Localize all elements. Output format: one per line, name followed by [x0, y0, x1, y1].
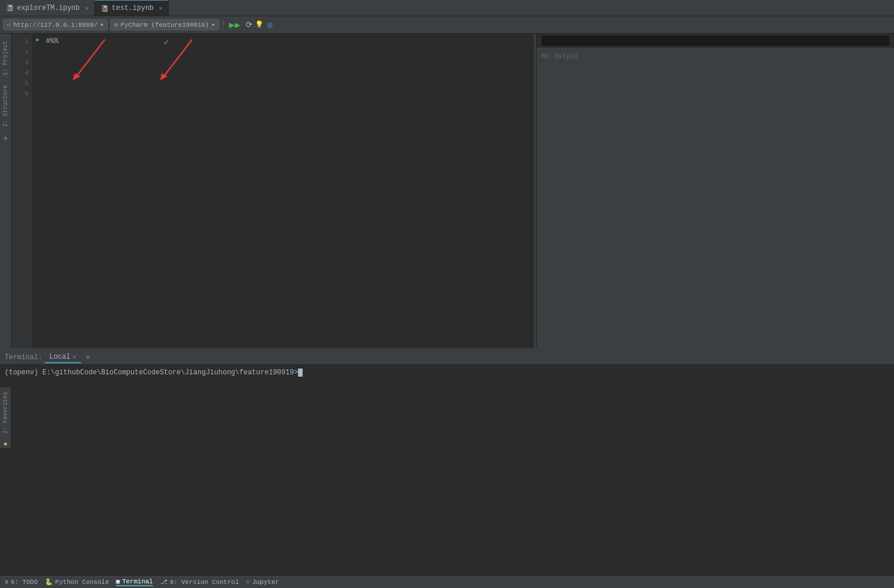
kernel-chevron-icon: ▾	[211, 21, 215, 29]
output-header	[537, 34, 894, 48]
toolbar-separator	[223, 20, 224, 30]
server-url-btn[interactable]: ↺ http://127.0.0.1:8888/ ▾	[3, 19, 108, 30]
sidebar-item-favorites[interactable]: 2: Favorites	[1, 387, 10, 438]
bottom-area: Terminal: Local ✕ + (topenv) E:\githubCo…	[0, 348, 894, 575]
tab-test-label: test.ipynb	[112, 4, 154, 12]
kernel-btn[interactable]: ⊙ PyCharm (feature190919) ▾	[110, 19, 219, 30]
toolbar: ↺ http://127.0.0.1:8888/ ▾ ⊙ PyCharm (fe…	[0, 16, 894, 34]
status-version-control-label: 9: Version Control	[170, 579, 239, 586]
terminal-cursor	[298, 369, 303, 377]
terminal-label: Terminal:	[5, 353, 42, 362]
terminal-add-button[interactable]: +	[83, 353, 93, 362]
restart-icon[interactable]: ⟳	[245, 21, 253, 29]
tab-test[interactable]: 📓 test.ipynb ✕	[95, 0, 169, 16]
sidebar-item-structure[interactable]: 2: Structure	[1, 80, 10, 132]
terminal-content[interactable]: (topenv) E:\githubCode\BioComputeCodeSto…	[0, 365, 894, 575]
left-sidebar: 1: Project 2: Structure +	[0, 34, 12, 348]
terminal-prompt-text: (topenv) E:\githubCode\BioComputeCodeSto…	[5, 369, 298, 377]
jupyter-logo-icon[interactable]: ◎	[266, 21, 274, 29]
cell-type-icon[interactable]: 💡	[256, 21, 264, 29]
right-panel: No output	[536, 34, 894, 348]
cell-code-area[interactable]: #%%	[44, 34, 536, 348]
jupyter-icon: ○	[246, 579, 250, 586]
status-jupyter[interactable]: ○ Jupyter	[246, 579, 279, 586]
tab-exploreTM-close[interactable]: ✕	[85, 5, 88, 12]
status-bar: ≡ 6: TODO 🐍 Python Console ▣ Terminal ⎇ …	[0, 575, 894, 588]
terminal-tab-local-close[interactable]: ✕	[73, 353, 76, 360]
todo-icon: ≡	[5, 579, 9, 586]
status-version-control[interactable]: ⎇ 9: Version Control	[160, 578, 239, 586]
output-header-bar	[541, 36, 889, 46]
status-python-console-label: Python Console	[55, 579, 109, 586]
no-output-label: No output	[537, 48, 894, 65]
terminal-icon: ▣	[116, 578, 120, 585]
notebook-right-gutter	[534, 34, 536, 348]
notebook-icon-2: 📓	[101, 5, 109, 12]
terminal-tab-bar: Terminal: Local ✕ +	[0, 350, 894, 365]
status-terminal[interactable]: ▣ Terminal	[116, 578, 152, 586]
python-console-icon: 🐍	[45, 578, 53, 586]
server-url-label: http://127.0.0.1:8888/	[13, 22, 98, 29]
cell-status-checkmark: ✓	[164, 36, 169, 48]
cell-run-button[interactable]: ▶	[36, 36, 40, 43]
status-terminal-label: Terminal	[122, 578, 153, 585]
notebook-icon: 📓	[6, 4, 14, 12]
terminal-prompt: (topenv) E:\githubCode\BioComputeCodeSto…	[5, 369, 889, 377]
run-all-btn[interactable]: ▶▶	[227, 19, 243, 31]
cell-area: 1 2 3 4 5 6 ▶ #%%	[12, 34, 536, 348]
terminal-tab-local-label: Local	[49, 353, 70, 361]
tab-exploreTM-label: exploreTM.ipynb	[17, 4, 80, 12]
kernel-icon: ⊙	[114, 21, 118, 29]
line-numbers: 1 2 3 4 5 6	[12, 34, 32, 348]
sidebar-item-project[interactable]: 1: Project	[1, 36, 10, 80]
status-todo[interactable]: ≡ 6: TODO	[5, 579, 38, 586]
terminal-tab-local[interactable]: Local ✕	[45, 352, 81, 363]
chevron-down-icon: ▾	[100, 21, 104, 29]
reload-icon: ↺	[7, 21, 11, 29]
tab-bar: 📓 exploreTM.ipynb ✕ 📓 test.ipynb ✕	[0, 0, 894, 16]
favorites-star-icon: ★	[3, 438, 8, 448]
status-todo-label: 6: TODO	[11, 579, 38, 586]
status-jupyter-label: Jupyter	[252, 579, 279, 586]
notebook-area: 1 2 3 4 5 6 ▶ #%% ✓	[12, 34, 536, 348]
status-python-console[interactable]: 🐍 Python Console	[45, 578, 109, 586]
tab-exploreTM[interactable]: 📓 exploreTM.ipynb ✕	[0, 0, 95, 16]
plus-icon[interactable]: +	[3, 134, 8, 143]
kernel-label: PyCharm (feature190919)	[120, 22, 209, 29]
cell-gutter: ▶	[32, 34, 44, 348]
favorites-sidebar: 2: Favorites ★	[0, 387, 12, 448]
tab-test-close[interactable]: ✕	[159, 5, 162, 12]
version-control-icon: ⎇	[160, 578, 168, 586]
cell-code-text: #%%	[46, 37, 59, 45]
